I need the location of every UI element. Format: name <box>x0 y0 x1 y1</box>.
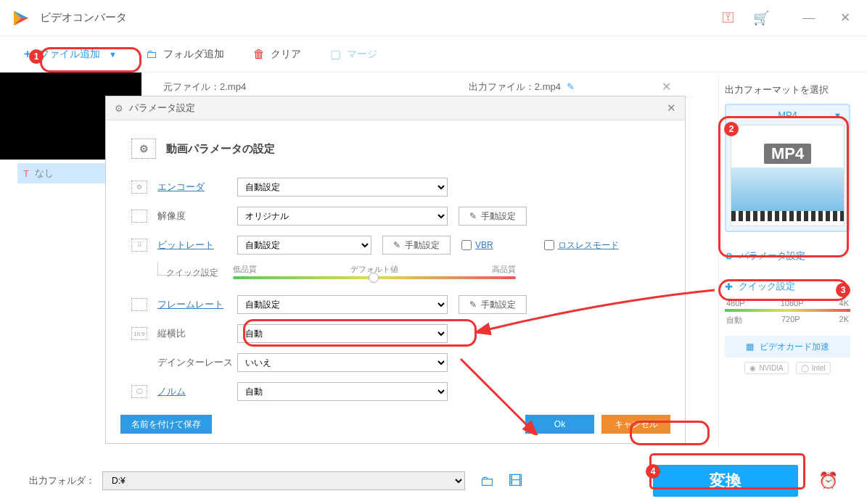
main-toolbar: ＋ ファイル追加 ▼ 🗀 フォルダ追加 🗑 クリア ▢ マージ <box>0 36 867 73</box>
gpu-acceleration-button[interactable]: ▦ ビデオカード加速 <box>725 336 850 358</box>
sliders-icon: ⚙ <box>725 251 734 262</box>
dialog-title: パラメータ設定 <box>129 102 195 115</box>
annotation-badge-2: 2 <box>724 122 739 136</box>
bitrate-icon: ⠿ <box>131 239 147 252</box>
convert-button[interactable]: 変換 <box>653 465 798 497</box>
quick-settings-title: ✚ クイック設定 <box>725 280 850 293</box>
quality-high-label: 高品質 <box>492 264 516 275</box>
add-folder-button[interactable]: 🗀 フォルダ追加 <box>146 48 224 61</box>
quick-setting-label: クイック設定 <box>166 267 218 279</box>
annotation-badge-4: 4 <box>646 464 660 479</box>
pencil-icon: ✎ <box>469 299 477 310</box>
lossless-checkbox[interactable]: ロスレスモード <box>544 239 619 252</box>
framerate-select[interactable]: 自動設定 <box>237 295 448 314</box>
bitrate-label[interactable]: ビットレート <box>157 239 237 252</box>
merge-icon: ▢ <box>330 47 341 61</box>
app-title: ビデオコンバータ <box>40 11 127 25</box>
framerate-icon <box>131 298 147 311</box>
deinterlace-icon <box>131 356 147 369</box>
open-folder-icon[interactable]: 🗀 <box>480 473 494 489</box>
res-480p: 480P <box>726 299 745 307</box>
output-file-name: 2.mp4 <box>535 81 561 92</box>
deinterlace-select[interactable]: いいえ <box>237 353 448 372</box>
intel-badge: ◯Intel <box>796 362 831 374</box>
key-icon[interactable]: ⚿ <box>722 10 735 25</box>
parameter-dialog: ⚙ パラメータ設定 ✕ ⚙ 動画パラメータの設定 ⚙ エンコーダ 自動設定 解像… <box>105 96 686 444</box>
format-name: MP4 <box>778 110 797 120</box>
resolution-label: 解像度 <box>157 210 237 223</box>
res-2k: 2K <box>839 315 849 326</box>
slider-thumb[interactable] <box>369 273 379 283</box>
source-file-label: 元ファイル： <box>163 80 220 94</box>
text-cursor-icon: T <box>23 168 29 179</box>
output-folder-select[interactable]: D:¥ <box>102 471 465 490</box>
annotation-badge-1: 1 <box>29 49 44 64</box>
deinterlace-label: デインターレース <box>157 356 237 369</box>
chip-icon: ▦ <box>746 342 754 352</box>
scheduler-clock-icon[interactable]: ⏰ <box>818 471 838 490</box>
pencil-icon: ✎ <box>469 211 477 221</box>
aspect-icon: 16:9 <box>131 327 147 340</box>
resolution-manual-button[interactable]: ✎手動設定 <box>459 207 527 226</box>
bitrate-select[interactable]: 自動設定 <box>237 236 371 255</box>
add-folder-label: フォルダ追加 <box>163 48 224 61</box>
intel-icon: ◯ <box>801 364 809 372</box>
output-format-panel: 出力フォーマットを選択 MP4 ▼ MP4 ⚙ パラメータ設定 ✚ クイック設定… <box>718 76 856 446</box>
ok-button[interactable]: Ok <box>525 415 594 434</box>
format-thumbnail: MP4 <box>731 125 845 226</box>
film-folder-icon[interactable]: 🎞 <box>509 473 523 489</box>
aspect-label: 縦横比 <box>157 327 237 340</box>
title-bar: ビデオコンバータ ⚿ 🛒 — ✕ <box>0 0 867 36</box>
edit-output-icon[interactable]: ✎ <box>567 81 575 92</box>
eye-icon: ◉ <box>749 364 756 372</box>
minimize-button[interactable]: — <box>798 7 820 29</box>
res-4k: 4K <box>839 299 849 307</box>
cart-icon[interactable]: 🛒 <box>753 10 769 26</box>
res-1080p: 1080P <box>781 299 804 307</box>
plus-icon: ✚ <box>725 281 733 292</box>
norm-select[interactable]: 自動 <box>237 382 448 401</box>
annotation-badge-3: 3 <box>836 283 850 297</box>
item-title-value: なし <box>35 167 54 180</box>
save-as-button[interactable]: 名前を付けて保存 <box>120 415 212 434</box>
framerate-manual-button[interactable]: ✎手動設定 <box>459 295 527 314</box>
resolution-select[interactable]: オリジナル <box>237 207 448 226</box>
aspect-select[interactable]: 自動 <box>237 324 448 343</box>
cancel-button[interactable]: キャンセル <box>601 415 670 434</box>
app-logo-icon <box>11 8 31 28</box>
chevron-down-icon[interactable]: ▼ <box>834 111 842 120</box>
nvidia-badge: ◉NVIDIA <box>744 362 788 374</box>
pencil-icon: ✎ <box>393 240 400 250</box>
resolution-slider[interactable] <box>725 309 850 312</box>
add-file-label: ファイル追加 <box>39 48 100 61</box>
close-button[interactable]: ✕ <box>834 7 856 29</box>
dialog-close-icon[interactable]: ✕ <box>667 102 676 115</box>
norm-label[interactable]: ノルム <box>157 385 237 398</box>
encoder-label[interactable]: エンコーダ <box>157 181 237 194</box>
parameter-settings-button[interactable]: ⚙ パラメータ設定 <box>725 245 850 267</box>
res-720p: 720P <box>781 315 800 326</box>
format-badge: MP4 <box>764 144 811 164</box>
bitrate-manual-button[interactable]: ✎手動設定 <box>382 236 451 255</box>
vbr-checkbox[interactable]: VBR <box>461 240 493 250</box>
trash-icon: 🗑 <box>253 48 265 61</box>
quality-slider[interactable] <box>233 276 516 279</box>
res-auto: 自動 <box>726 315 742 326</box>
encoder-select[interactable]: 自動設定 <box>237 178 448 197</box>
output-folder-label: 出力フォルダ： <box>29 474 95 487</box>
output-format-title: 出力フォーマットを選択 <box>725 83 850 96</box>
framerate-label[interactable]: フレームレート <box>157 298 237 311</box>
merge-button[interactable]: ▢ マージ <box>330 47 377 61</box>
section-header: ⚙ 動画パラメータの設定 <box>131 139 660 159</box>
clear-button[interactable]: 🗑 クリア <box>253 48 301 61</box>
settings-sliders-icon: ⚙ <box>115 103 123 114</box>
norm-icon: 🖵 <box>131 385 147 398</box>
format-selector[interactable]: MP4 ▼ MP4 <box>725 104 850 232</box>
remove-item-icon[interactable]: ✕ <box>662 80 671 94</box>
clear-label: クリア <box>271 48 301 61</box>
output-file-label: 出力ファイル： <box>469 80 535 94</box>
dropdown-caret-icon[interactable]: ▼ <box>109 50 117 59</box>
encoder-icon: ⚙ <box>131 181 147 194</box>
bottom-bar: 出力フォルダ： D:¥ 🗀 🎞 変換 ⏰ <box>0 466 867 495</box>
quality-low-label: 低品質 <box>233 264 257 275</box>
